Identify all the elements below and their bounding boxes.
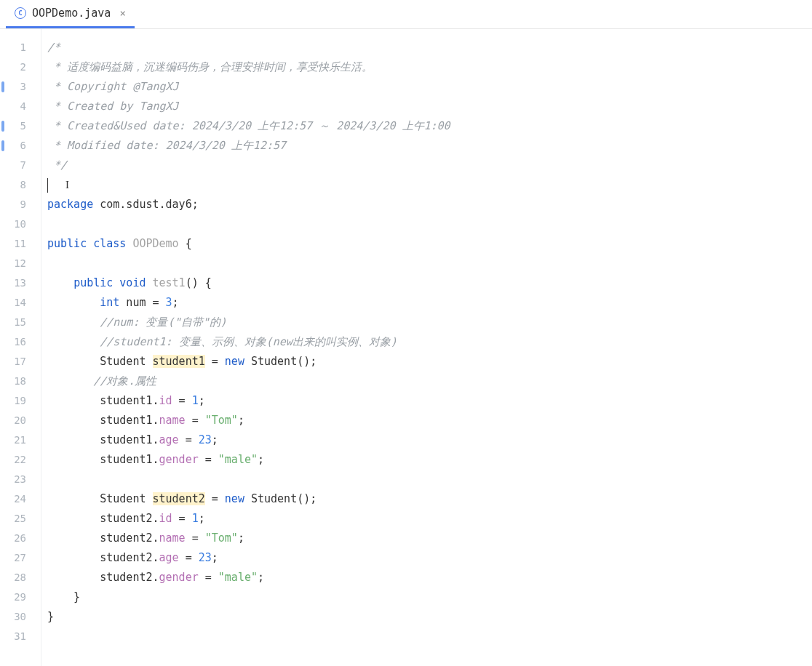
code-line: student2.gender = "male"; — [47, 568, 812, 587]
code-line — [47, 470, 812, 489]
line-number: 21 — [0, 430, 32, 450]
line-number: 29 — [0, 587, 32, 607]
code-line: Student student1 = new Student(); — [47, 352, 812, 372]
code-line: I — [47, 175, 812, 195]
code-line: */ — [47, 156, 812, 175]
line-number: 22 — [0, 450, 32, 470]
code-line: } — [47, 607, 812, 627]
code-line: student1.name = "Tom"; — [47, 411, 812, 430]
code-line: public void test1() { — [47, 273, 812, 293]
line-gutter: 1234567891011121314151617181920212223242… — [0, 29, 41, 666]
line-number: 6 — [0, 136, 32, 156]
line-number: 23 — [0, 470, 32, 489]
code-line: package com.sdust.day6; — [47, 195, 812, 214]
line-number: 20 — [0, 411, 32, 430]
line-number: 1 — [0, 38, 32, 57]
code-line: //num: 变量("自带"的) — [47, 313, 812, 332]
caret — [47, 178, 48, 193]
line-number: 8 — [0, 175, 32, 195]
line-number: 4 — [0, 97, 32, 116]
line-number: 26 — [0, 529, 32, 548]
line-number: 18 — [0, 372, 32, 391]
line-number: 24 — [0, 489, 32, 509]
tab-bar: C OOPDemo.java × — [0, 0, 812, 29]
line-number: 12 — [0, 254, 32, 273]
line-number: 7 — [0, 156, 32, 175]
code-line: * Created&Used date: 2024/3/20 上午12:57 ～… — [47, 116, 812, 136]
line-number: 17 — [0, 352, 32, 372]
line-number: 5 — [0, 116, 32, 136]
code-line: /* — [47, 38, 812, 57]
line-number: 19 — [0, 391, 32, 411]
line-number: 2 — [0, 57, 32, 77]
line-number: 15 — [0, 313, 32, 332]
code-line — [47, 627, 812, 646]
code-line: student2.age = 23; — [47, 548, 812, 568]
editor: 1234567891011121314151617181920212223242… — [0, 29, 812, 666]
line-number: 3 — [0, 77, 32, 97]
code-line: student1.id = 1; — [47, 391, 812, 411]
code-area[interactable]: /* * 适度编码益脑，沉迷编码伤身，合理安排时间，享受快乐生活。 * Copy… — [41, 29, 812, 666]
code-line: public class OOPDemo { — [47, 234, 812, 254]
tab-filename: OOPDemo.java — [32, 7, 111, 20]
line-number: 25 — [0, 509, 32, 529]
code-line: * Created by TangXJ — [47, 97, 812, 116]
code-line — [47, 254, 812, 273]
java-class-icon: C — [15, 7, 26, 19]
close-icon[interactable]: × — [119, 7, 125, 19]
line-number: 31 — [0, 627, 32, 646]
line-number: 10 — [0, 214, 32, 234]
line-number: 30 — [0, 607, 32, 627]
code-line: student1.age = 23; — [47, 430, 812, 450]
text-cursor-icon: I — [65, 175, 69, 195]
code-line: student1.gender = "male"; — [47, 450, 812, 470]
code-line — [47, 214, 812, 234]
file-tab[interactable]: C OOPDemo.java × — [6, 0, 135, 28]
code-line: student2.id = 1; — [47, 509, 812, 529]
line-number: 9 — [0, 195, 32, 214]
code-line: * Copyright @TangXJ — [47, 77, 812, 97]
line-number: 14 — [0, 293, 32, 313]
line-number: 16 — [0, 332, 32, 352]
code-line: //对象.属性 — [47, 372, 812, 391]
code-line: student2.name = "Tom"; — [47, 529, 812, 548]
line-number: 13 — [0, 273, 32, 293]
code-line: //student1: 变量、示例、对象(new出来的叫实例、对象) — [47, 332, 812, 352]
code-line: * 适度编码益脑，沉迷编码伤身，合理安排时间，享受快乐生活。 — [47, 57, 812, 77]
line-number: 27 — [0, 548, 32, 568]
line-number: 28 — [0, 568, 32, 587]
code-line: } — [47, 587, 812, 607]
code-line: int num = 3; — [47, 293, 812, 313]
line-number: 11 — [0, 234, 32, 254]
code-line: Student student2 = new Student(); — [47, 489, 812, 509]
code-line: * Modified date: 2024/3/20 上午12:57 — [47, 136, 812, 156]
